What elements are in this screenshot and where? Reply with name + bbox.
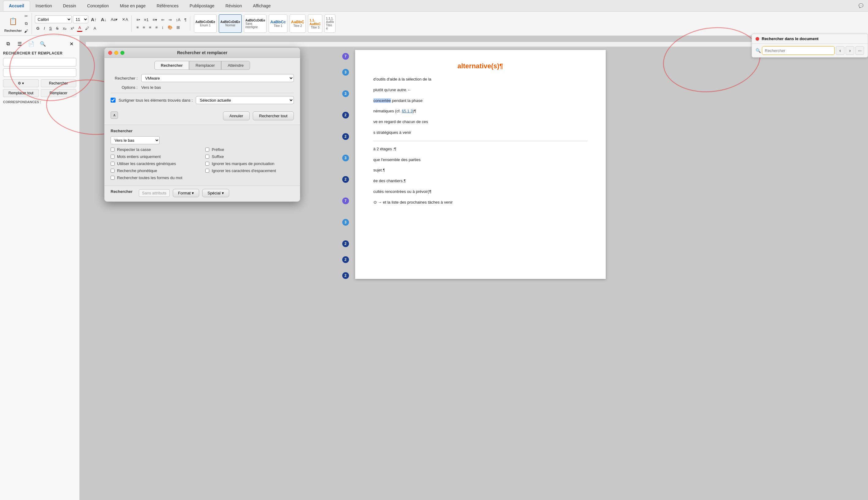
rsp-next-button[interactable]: ›: [846, 46, 854, 55]
strikethrough-button[interactable]: S̶: [55, 25, 60, 32]
align-center-button[interactable]: ≡: [141, 24, 147, 31]
tab-dessin[interactable]: Dessin: [58, 1, 82, 11]
align-left-button[interactable]: ≡: [135, 24, 140, 31]
rechercher-tout-button[interactable]: Rechercher tout: [253, 112, 294, 120]
style-titre2[interactable]: AaBbC Titre 2: [290, 14, 306, 33]
highlight-row: Surligner tous les éléments trouvés dans…: [111, 96, 294, 104]
formes-mot-checkbox[interactable]: [111, 176, 114, 180]
ponctuation-checkbox[interactable]: [205, 162, 209, 166]
doc-divider: [374, 141, 587, 141]
copy-icon-btn[interactable]: ⧉: [3, 39, 13, 49]
comment-icon[interactable]: 💬: [857, 2, 865, 9]
tab-references[interactable]: Références: [151, 1, 184, 11]
list-icon-btn[interactable]: ☰: [15, 39, 24, 49]
line-spacing-button[interactable]: ↕: [160, 24, 165, 31]
panel-replace-input[interactable]: [3, 68, 76, 77]
superscript-button[interactable]: x²: [69, 25, 76, 32]
copy-button[interactable]: ⧉: [23, 20, 30, 27]
font-increase-button[interactable]: A↑: [89, 16, 98, 23]
suffixe-checkbox[interactable]: [205, 155, 209, 159]
doc-line-8: que l'ensemble des parties: [374, 157, 587, 163]
generiques-checkbox[interactable]: [111, 162, 114, 166]
underline-button[interactable]: S: [48, 25, 54, 32]
tab-affichage[interactable]: Affichage: [247, 1, 276, 11]
modal-tab-atteindre[interactable]: Atteindre: [221, 61, 250, 70]
checkboxes-grid: Respecter la casse Préfixe Mots entiers …: [111, 147, 294, 182]
doc-icon-btn[interactable]: 📄: [26, 39, 36, 49]
decrease-indent-button[interactable]: ⇐: [160, 16, 166, 23]
mots-entiers-checkbox[interactable]: [111, 155, 114, 159]
change-case-button[interactable]: Aa▾: [109, 16, 120, 23]
format-button[interactable]: Format ▾: [173, 189, 199, 197]
search-icon-btn[interactable]: 🔍: [38, 39, 48, 49]
collapse-button[interactable]: ∧: [111, 112, 118, 119]
font-decrease-button[interactable]: A↓: [99, 16, 108, 23]
annuler-button[interactable]: Annuler: [223, 112, 250, 120]
highlight-button[interactable]: 🖊: [84, 25, 91, 32]
tab-insertion[interactable]: Insertion: [30, 1, 58, 11]
bold-button[interactable]: G: [35, 25, 41, 32]
doc-line-2: plutôt qu'une autre.←: [374, 87, 587, 93]
modal-maximize-button[interactable]: [120, 51, 124, 55]
special-button[interactable]: Spécial ▾: [202, 189, 229, 197]
modal-tab-remplacer[interactable]: Remplacer: [189, 61, 221, 70]
line-2a: 2: [342, 112, 349, 118]
settings-btn[interactable]: ⚙ ▾: [3, 79, 39, 87]
font-size-select[interactable]: 11: [73, 15, 88, 23]
style-titre1[interactable]: AaBbCc Titre 1: [269, 14, 287, 33]
close-panel-button[interactable]: ✕: [66, 39, 76, 49]
paste-button[interactable]: 📋: [6, 15, 20, 28]
tab-accueil[interactable]: Accueil: [3, 1, 30, 11]
format-painter-button[interactable]: 🖌: [23, 28, 30, 34]
paragraph-group: ≡• ≡1 ≡▾ ⇐ ⇒ ↕A ¶ ≡ ≡ ≡ ≡ ↕ 🎨 ⊞: [133, 16, 190, 31]
modal-minimize-button[interactable]: [114, 51, 118, 55]
highlight-select[interactable]: Sélection actuelle Document principal: [196, 96, 294, 104]
rsp-search-input[interactable]: [762, 46, 835, 55]
modal-window-controls: [108, 51, 124, 55]
rsp-close-dot[interactable]: [756, 37, 759, 41]
clear-format-button[interactable]: ✕A: [120, 16, 130, 23]
text-color-button[interactable]: A: [92, 25, 98, 32]
numbering-button[interactable]: ≡1: [143, 16, 150, 23]
style-enum1[interactable]: AaBbCcDdEe Enum 1: [194, 14, 216, 33]
modal-tab-rechercher[interactable]: Rechercher: [154, 61, 189, 70]
shading-button[interactable]: 🎨: [166, 24, 174, 31]
justify-button[interactable]: ≡: [154, 24, 159, 31]
modal-close-button[interactable]: [108, 51, 112, 55]
direction-select[interactable]: Vers le bas Vers le haut Tout: [111, 136, 160, 144]
rsp-more-button[interactable]: ···: [855, 46, 864, 55]
style-normal[interactable]: AaBbCcDdEe Normal: [219, 14, 242, 33]
style-sans-interligne[interactable]: AaBbCcDdEe Sans interligne: [244, 14, 267, 33]
font-family-select[interactable]: Calibri: [35, 15, 72, 23]
remplacer-btn[interactable]: Remplacer: [41, 89, 77, 97]
rechercher-btn[interactable]: Rechercher: [41, 79, 77, 87]
italic-button[interactable]: I: [42, 25, 47, 32]
bullets-button[interactable]: ≡•: [135, 16, 142, 23]
phonetique-checkbox[interactable]: [111, 169, 114, 173]
highlighted-text: concertée: [374, 98, 391, 103]
sort-button[interactable]: ↕A: [174, 16, 182, 23]
prefixe-checkbox[interactable]: [205, 148, 209, 151]
cut-button[interactable]: ✂: [23, 13, 30, 19]
multilevel-button[interactable]: ≡▾: [151, 16, 159, 23]
tab-publipostage[interactable]: Publipostage: [184, 1, 220, 11]
style-titre3[interactable]: 1.1. AaBbC Titre 3: [308, 14, 322, 33]
align-right-button[interactable]: ≡: [147, 24, 153, 31]
espacement-checkbox[interactable]: [205, 169, 209, 173]
increase-indent-button[interactable]: ⇒: [167, 16, 174, 23]
tab-mise-en-page[interactable]: Mise en page: [114, 1, 151, 11]
tab-conception[interactable]: Conception: [81, 1, 114, 11]
doc-text: d'outils d'aide à la sélection de la plu…: [374, 76, 587, 206]
style-titre4[interactable]: 1.1.1. AaBb Titre 4: [324, 14, 335, 33]
search-input[interactable]: VMware: [141, 74, 294, 82]
font-color-button[interactable]: A: [77, 24, 83, 32]
rsp-prev-button[interactable]: ‹: [836, 46, 844, 55]
tab-revision[interactable]: Révision: [220, 1, 247, 11]
casse-checkbox[interactable]: [111, 148, 114, 151]
highlight-checkbox[interactable]: [111, 98, 115, 103]
remplacer-tout-btn[interactable]: Remplacer tout: [3, 89, 39, 97]
panel-search-input[interactable]: [3, 58, 76, 66]
borders-button[interactable]: ⊞: [175, 24, 181, 31]
pilcrow-button[interactable]: ¶: [183, 16, 188, 23]
subscript-button[interactable]: x₂: [61, 25, 68, 32]
